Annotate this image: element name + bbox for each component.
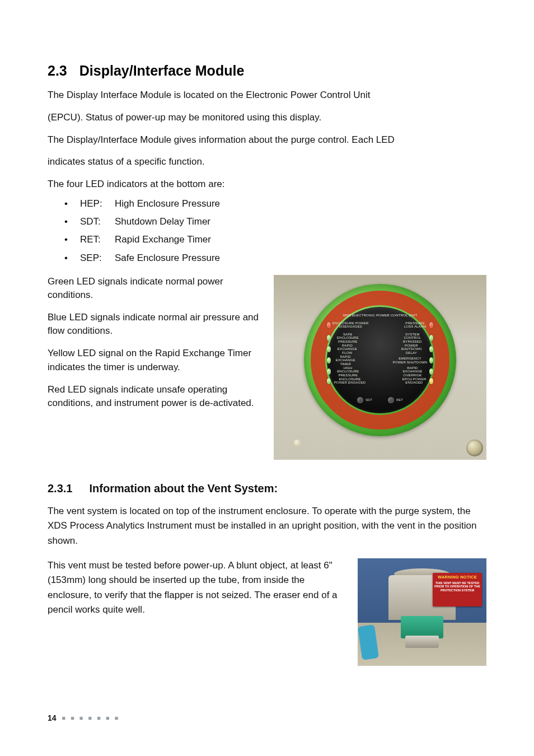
led-icon — [429, 368, 433, 375]
panel-label: EMERGENCY POWER SHUTDOWN — [392, 357, 428, 364]
panel-title: 6500 ELECTRONIC POWER CONTROL UNIT — [327, 314, 433, 317]
section-title: Display/Interface Module — [79, 63, 245, 78]
list-item: HEP:High Enclosure Pressure — [80, 195, 486, 213]
section-number: 2.3 — [48, 63, 67, 79]
body-text: indicates status of a specific function. — [48, 153, 486, 170]
vent-tube — [358, 624, 379, 660]
led-icon — [327, 346, 331, 352]
led-icon — [357, 397, 363, 403]
vent-mid — [401, 616, 443, 638]
page-number: 14 — [48, 713, 57, 722]
panel-label: EPCU POWER ENGAGED — [401, 377, 428, 385]
led-icon — [429, 378, 433, 384]
body-text: The Display/Interface Module gives infor… — [48, 132, 486, 148]
list-item: SDT:Shutdown Delay Timer — [80, 213, 486, 231]
panel-label: RAPID EXCHANGE TIMER — [332, 355, 359, 366]
signal-red: Red LED signals indicate unsafe operatin… — [48, 383, 260, 410]
led-abbr: HEP: — [80, 195, 115, 213]
bolt-icon — [466, 440, 483, 456]
panel-label: ENCLOSURE POWER DISENGAGED — [332, 321, 369, 329]
panel-label: POWER SHUTDOWN DELAY — [395, 344, 427, 355]
led-icon — [429, 335, 433, 341]
body-text: The four LED indicators at the bottom ar… — [48, 176, 486, 193]
footer-dots: ■ ■ ■ ■ ■ ■ ■ — [62, 715, 120, 721]
panel-label: SYSTEM CONTROL BYPASSED — [397, 333, 428, 344]
led-desc: Safe Enclosure Pressure — [115, 253, 220, 263]
list-item: SEP:Safe Enclosure Pressure — [80, 249, 486, 267]
figure-epcu: 6500 ELECTRONIC POWER CONTROL UNIT ENCLO… — [274, 275, 486, 460]
body-text: (EPCU). Status of power-up may be monito… — [48, 109, 486, 126]
led-icon — [429, 322, 433, 328]
subsection-title: Information about the Vent System: — [89, 482, 278, 494]
led-icon — [327, 335, 331, 341]
signal-green: Green LED signals indicate normal power … — [48, 275, 260, 302]
panel-label: RAPID EXCHANGE FLOW — [332, 344, 362, 355]
led-icon — [327, 368, 331, 375]
led-desc: Rapid Exchange Timer — [115, 234, 211, 245]
subsection-heading: 2.3.1Information about the Vent System: — [48, 482, 486, 495]
body-text: The Display Interface Module is located … — [48, 87, 486, 104]
bolt-icon — [294, 440, 301, 446]
section-heading: 2.3Display/Interface Module — [48, 63, 486, 79]
led-icon — [388, 397, 394, 403]
signal-yellow: Yellow LED signal on the Rapid Exchange … — [48, 347, 260, 374]
panel-bottom-label: SDT — [366, 398, 372, 402]
led-desc: High Enclosure Pressure — [115, 198, 220, 209]
body-text: This vent must be tested before power-up… — [48, 558, 350, 617]
panel-bottom-label: RET — [396, 398, 403, 402]
body-text: The vent system is located on top of the… — [48, 504, 486, 548]
led-desc: Shutdown Delay Timer — [115, 216, 210, 227]
panel-label: SAFE ENCLOSURE PRESSURE — [332, 333, 364, 344]
page-footer: 14 ■ ■ ■ ■ ■ ■ ■ — [48, 713, 120, 722]
led-indicator-list: HEP:High Enclosure Pressure SDT:Shutdown… — [48, 195, 486, 267]
led-icon — [327, 322, 331, 328]
warning-tag: WARNING NOTICE THIS VENT MUST BE TESTED … — [433, 573, 482, 606]
signal-blue: Blue LED signals indicate normal air pre… — [48, 311, 260, 338]
led-icon — [429, 357, 433, 363]
vent-nut — [405, 636, 439, 648]
led-abbr: RET: — [80, 231, 115, 249]
led-icon — [327, 378, 331, 384]
warning-text: THIS VENT MUST BE TESTED PRIOR TO OPERAT… — [434, 581, 481, 592]
panel-label: ENCLOSURE POWER ENGAGED — [332, 377, 367, 385]
led-abbr: SDT: — [80, 213, 115, 231]
subsection-number: 2.3.1 — [48, 482, 72, 495]
led-icon — [327, 357, 331, 363]
led-icon — [429, 346, 433, 352]
warning-title: WARNING NOTICE — [434, 575, 481, 580]
epcu-black-panel: 6500 ELECTRONIC POWER CONTROL UNIT ENCLO… — [327, 307, 433, 413]
panel-label: PRESSURE LOSS ALARM — [402, 321, 428, 329]
panel-label: HIGH ENCLOSURE PRESSURE — [332, 366, 364, 377]
list-item: RET:Rapid Exchange Timer — [80, 231, 486, 249]
panel-label: RAPID EXCHANGE OVERRIDE — [397, 366, 428, 377]
led-abbr: SEP: — [80, 249, 115, 267]
figure-vent: WARNING NOTICE THIS VENT MUST BE TESTED … — [358, 558, 486, 666]
